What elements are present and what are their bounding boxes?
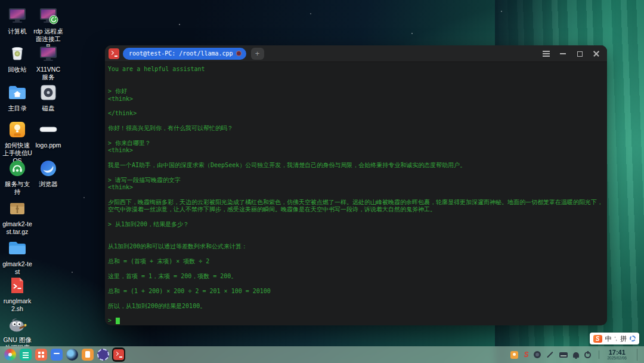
tray-sogou-icon[interactable]: S	[524, 351, 528, 359]
terminal-line: <think>	[108, 147, 604, 154]
desktop-icon-logo-ppm[interactable]: logo.ppm	[33, 119, 64, 149]
input-method-bar[interactable]: S 中 ’, 拼	[590, 333, 640, 344]
terminal-titlebar[interactable]: root@test-PC: /root/llama.cpp +	[105, 45, 607, 62]
terminal-line	[108, 155, 604, 162]
terminal-line: <think>	[108, 184, 604, 191]
desktop-icon-trash[interactable]: 回收站	[2, 43, 33, 73]
star	[310, 13, 311, 14]
active-app-plate	[112, 347, 125, 362]
terminal-line	[108, 103, 604, 110]
terminal-line: You are a helpful assistant	[108, 66, 604, 73]
desktop-icon-computer[interactable]: 计算机	[2, 5, 33, 35]
desktop-icon-label: 磁盘	[33, 104, 64, 112]
ime-pinyin-mode[interactable]: 拼	[620, 333, 627, 344]
taskbar-terminal-active[interactable]	[112, 347, 125, 362]
image-file-icon	[38, 119, 59, 140]
terminal-line: > 请写一段描写晚霞的文字	[108, 177, 604, 184]
terminal-line: </think>	[108, 110, 604, 117]
tray-power-icon[interactable]	[584, 352, 591, 358]
terminal-line	[108, 229, 604, 236]
desktop-icon-label: runglmark2.sh	[2, 297, 33, 313]
clock-date: 2025/02/06	[607, 356, 627, 361]
terminal-line	[108, 73, 604, 80]
support-icon	[7, 158, 28, 179]
terminal-line	[108, 251, 604, 258]
show-desktop-edge[interactable]	[637, 349, 640, 361]
desktop: 计算机 rdp 远程桌面连接工具 回收站	[0, 0, 644, 363]
terminal-line: 所以，从1加到200的结果是20100。	[108, 303, 604, 310]
trash-icon	[7, 43, 28, 64]
taskbar: S 17:41 2025/02/06	[0, 346, 644, 363]
taskbar-browser[interactable]	[66, 347, 79, 362]
terminal-line	[108, 133, 604, 140]
desktop-icon-label: 服务与支持	[2, 180, 33, 196]
disk-icon	[38, 82, 59, 103]
window-menu-button[interactable]	[538, 45, 555, 62]
desktop-icon-glmark2-folder[interactable]: glmark2-test	[2, 238, 33, 276]
x11vnc-icon	[38, 43, 59, 64]
tray-divider	[599, 350, 599, 359]
software-center-icon	[51, 349, 63, 361]
desktop-icon-disk[interactable]: 磁盘	[33, 82, 64, 112]
terminal-prompt: >	[108, 317, 115, 324]
tray-notification-bell-icon[interactable]	[573, 352, 579, 358]
minimize-icon	[560, 53, 566, 54]
desktop-icon-home[interactable]: 主目录	[2, 82, 33, 112]
taskbar-software-center[interactable]	[50, 347, 63, 362]
ime-punctuation-mode[interactable]: ’,	[615, 333, 618, 344]
desktop-icon-label: logo.ppm	[33, 141, 64, 149]
sogou-logo-icon[interactable]: S	[593, 335, 602, 343]
taskbar-app-store[interactable]	[35, 347, 48, 362]
maximize-icon	[577, 51, 583, 57]
terminal-line	[108, 214, 604, 221]
terminal-line	[108, 81, 604, 88]
window-close-button[interactable]	[588, 45, 605, 62]
close-icon	[593, 50, 600, 57]
home-folder-icon	[7, 82, 28, 103]
new-tab-button[interactable]: +	[251, 48, 264, 60]
window-maximize-button[interactable]	[571, 45, 588, 62]
desktop-icon-support[interactable]: 服务与支持	[2, 158, 33, 196]
app-store-icon	[35, 349, 47, 361]
terminal-line: 这里，首项 = 1，末项 = 200，项数 = 200。	[108, 273, 604, 280]
ime-settings-gear-icon[interactable]	[630, 336, 636, 342]
terminal-line: 我是一个AI助手，由中国的深度求索（DeepSeek）公司独立开发，我清楚自己的…	[108, 162, 604, 169]
taskbar-control-center[interactable]	[97, 347, 110, 362]
desktop-icon-glmark2-archive[interactable]: glmark2-test.tar.gz	[2, 198, 33, 236]
desktop-icon-x11vnc[interactable]: X11VNC 服务	[33, 43, 64, 81]
computer-icon	[7, 5, 28, 26]
uos-help-icon	[7, 119, 28, 140]
window-minimize-button[interactable]	[555, 45, 571, 62]
tray-keyboard-icon[interactable]	[559, 352, 568, 358]
terminal-tab[interactable]: root@test-PC: /root/llama.cpp	[123, 48, 246, 60]
tray-annotation-pen-icon[interactable]	[547, 352, 554, 358]
terminal-line: 总和 = (1 + 200) × 200 ÷ 2 = 201 × 100 = 2…	[108, 288, 604, 295]
taskbar-file-manager[interactable]	[19, 347, 32, 362]
terminal-line: > 从1加到200，结果是多少？	[108, 221, 604, 228]
desktop-icon-label: 浏览器	[33, 180, 64, 188]
desktop-icon-browser[interactable]: 浏览器	[33, 158, 64, 188]
terminal-prompt-line[interactable]: >	[108, 317, 604, 324]
terminal-line: > 你好	[108, 88, 604, 95]
tray-screen-recorder-icon[interactable]	[534, 351, 541, 358]
terminal-icon	[113, 349, 124, 360]
taskbar-file-explorer[interactable]	[81, 347, 94, 362]
terminal-line: 夕阳西下，晚霞绚丽多彩，天边的云彩被阳光染成了橘红色和紫色，仿佛天空被点燃了一样…	[108, 199, 604, 206]
desktop-icon-runglmark2[interactable]: runglmark2.sh	[2, 275, 33, 313]
terminal-lines: You are a helpful assistant> 你好<think></…	[108, 66, 604, 317]
ime-chinese-mode[interactable]: 中	[605, 333, 612, 344]
star	[83, 197, 85, 198]
browser-icon	[66, 349, 78, 361]
terminal-tab-title: root@test-PC: /root/llama.cpp	[129, 50, 233, 57]
taskbar-launcher[interactable]	[4, 347, 17, 362]
tray-input-indicator-icon[interactable]	[510, 351, 518, 359]
archive-icon	[7, 198, 28, 219]
terminal-line	[108, 118, 604, 125]
rdp-icon	[38, 5, 59, 26]
taskbar-clock[interactable]: 17:41 2025/02/06	[607, 349, 629, 361]
launcher-icon	[4, 349, 16, 361]
terminal-line	[108, 295, 604, 302]
terminal-line: 空气中弥漫着一丝凉意，让人不禁停下脚步，感受这美丽的瞬间。晚霞像是在天空中书写一…	[108, 206, 604, 213]
shell-script-icon	[7, 275, 28, 296]
tab-close-icon[interactable]	[236, 51, 242, 56]
